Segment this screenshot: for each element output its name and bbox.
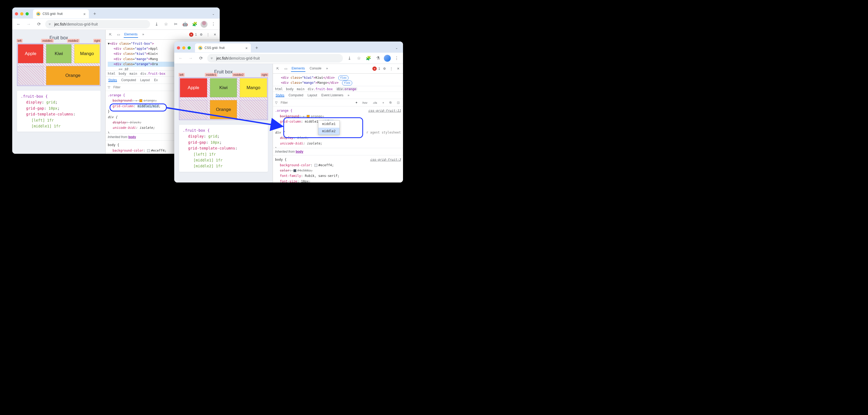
dom-tree[interactable]: <div class="kiwi">Kiwi</div> flex <div c… — [273, 74, 403, 86]
error-icon[interactable]: ✕ — [372, 66, 377, 71]
device-toggle-icon[interactable]: ▭ — [116, 32, 121, 37]
breadcrumb[interactable]: html body main div.fruit-box div.orange — [273, 86, 403, 92]
url-domain: jec.fish — [216, 56, 228, 60]
settings-icon[interactable]: ⚙ — [382, 66, 387, 71]
layout-tab[interactable]: Layout — [308, 93, 317, 97]
more-tabs-button[interactable]: » — [326, 65, 329, 72]
hov-toggle[interactable]: :hov — [361, 100, 369, 105]
grid-line-label-middle1: middle1 — [205, 73, 217, 76]
labs-icon[interactable]: ⚗ — [374, 55, 382, 62]
ai-icon[interactable]: ✦ — [355, 101, 358, 104]
close-window-button[interactable] — [15, 12, 18, 15]
back-button[interactable]: ← — [15, 21, 22, 28]
inspect-icon[interactable]: ⇱ — [108, 32, 113, 37]
browser-menu-button[interactable]: ⋮ — [393, 55, 400, 62]
forward-button[interactable]: → — [187, 55, 194, 62]
console-tab[interactable]: Console — [309, 65, 322, 72]
devtools-menu-button[interactable]: ⋮ — [389, 66, 394, 71]
extensions-icon[interactable]: 🧩 — [365, 55, 372, 62]
maximize-window-button[interactable] — [188, 46, 191, 50]
styles-tab[interactable]: Styles — [108, 78, 117, 82]
computed-tab[interactable]: Computed — [121, 78, 136, 82]
profile-avatar[interactable] — [200, 21, 208, 28]
install-app-icon[interactable]: ⤓ — [346, 55, 353, 62]
new-rule-button[interactable]: + — [381, 100, 385, 105]
address-bar[interactable]: ᯤ jec.fish/demo/css-grid-fruit — [207, 54, 343, 63]
minimize-window-button[interactable] — [182, 46, 185, 50]
bookmark-icon[interactable]: ☆ — [162, 21, 170, 28]
sidebar-toggle-icon[interactable]: ◫ — [396, 100, 401, 105]
inherited-label: Inherited from body — [273, 148, 403, 155]
site-info-icon[interactable]: ᯤ — [49, 22, 52, 26]
reload-button[interactable]: ⟳ — [197, 55, 205, 62]
autocomplete-option[interactable]: middle1 — [318, 121, 339, 127]
close-devtools-button[interactable]: ✕ — [212, 32, 218, 37]
forward-button[interactable]: → — [25, 21, 32, 28]
grid-cell-orange: Orange — [210, 100, 237, 119]
computed-tab[interactable]: Computed — [289, 93, 303, 97]
elements-tab[interactable]: Elements — [291, 65, 305, 72]
install-app-icon[interactable]: ⤓ — [153, 21, 160, 28]
browser-tab[interactable]: 🐟 CSS grid- fruit × — [195, 43, 251, 53]
tabs-dropdown-button[interactable]: ⌄ — [393, 44, 400, 52]
styles-tab[interactable]: Styles — [276, 93, 284, 97]
elements-tab[interactable]: Elements — [124, 31, 138, 38]
tab-title: CSS grid- fruit — [205, 46, 224, 50]
filter-input[interactable] — [280, 101, 352, 105]
error-icon[interactable]: ✕ — [189, 32, 193, 37]
minimize-window-button[interactable] — [20, 12, 23, 15]
profile-avatar[interactable] — [384, 55, 391, 62]
close-tab-button[interactable]: × — [83, 12, 86, 16]
address-bar[interactable]: ᯤ jec.fish/demo/css-grid-fruit — [45, 20, 150, 29]
device-toggle-icon[interactable]: ▭ — [283, 66, 288, 71]
devtools-toolbar: ⇱ ▭ Elements » ✕ 1 ⚙ ⋮ ✕ — [105, 30, 220, 40]
site-info-icon[interactable]: ᯤ — [210, 56, 214, 60]
tab-title: CSS grid- fruit — [42, 12, 63, 16]
flex-badge[interactable]: flex — [342, 81, 352, 86]
scissors-icon[interactable]: ✂ — [172, 21, 179, 28]
computed-sidebar-icon[interactable]: ⧉ — [388, 100, 393, 105]
layout-tab[interactable]: Layout — [140, 78, 150, 82]
close-devtools-button[interactable]: ✕ — [396, 66, 401, 71]
maximize-window-button[interactable] — [26, 12, 29, 15]
favicon-icon: 🐟 — [198, 46, 203, 50]
source-link[interactable]: css-grid-fruit:11 — [368, 108, 401, 113]
reload-button[interactable]: ⟳ — [35, 21, 42, 28]
grid-cell-kiwi: Kiwi — [46, 44, 71, 63]
autocomplete-option-selected[interactable]: middle2 — [318, 128, 339, 135]
toolbar: ← → ⟳ ᯤ jec.fish/demo/css-grid-fruit ⤓ ☆… — [174, 53, 403, 64]
flex-badge[interactable]: flex — [338, 75, 348, 81]
filter-row: ▽ ✦ :hov .cls + ⧉ ◫ — [273, 99, 403, 106]
inspect-icon[interactable]: ⇱ — [275, 66, 280, 71]
event-listeners-tab[interactable]: Event Listeners — [321, 93, 343, 97]
robot-icon[interactable]: 🤖 — [181, 21, 189, 28]
autocomplete-popup[interactable]: middle1 middle2 — [318, 120, 340, 135]
more-tabs-button[interactable]: » — [142, 31, 145, 38]
devtools-panel: ⇱ ▭ Elements Console » ✕ 1 ⚙ ⋮ ✕ — [273, 64, 403, 183]
tab-strip: 🐟 CSS grid- fruit × + ⌄ — [12, 7, 220, 19]
event-listeners-tab[interactable]: Ev — [154, 78, 158, 82]
cls-toggle[interactable]: .cls — [371, 100, 378, 105]
new-tab-button[interactable]: + — [253, 44, 260, 52]
grid-line-label-left: left — [179, 73, 185, 76]
browser-tab[interactable]: 🐟 CSS grid- fruit × — [33, 9, 89, 18]
tabs-dropdown-button[interactable]: ⌄ — [210, 10, 217, 18]
source-link[interactable]: css-grid-fruit:3 — [370, 157, 401, 162]
browser-window-b: 🐟 CSS grid- fruit × + ⌄ ← → ⟳ ᯤ jec.fish… — [174, 41, 403, 183]
new-tab-button[interactable]: + — [91, 10, 98, 18]
extensions-icon[interactable]: 🧩 — [191, 21, 198, 28]
devtools-menu-button[interactable]: ⋮ — [205, 32, 211, 37]
close-window-button[interactable] — [177, 46, 180, 50]
back-button[interactable]: ← — [177, 55, 184, 62]
settings-icon[interactable]: ⚙ — [198, 32, 204, 37]
favicon-icon: 🐟 — [36, 12, 40, 16]
more-subtabs[interactable]: » — [348, 93, 349, 97]
close-tab-button[interactable]: × — [245, 46, 248, 50]
url-domain: jec.fish — [54, 22, 66, 26]
grid-line-label-middle1: middle1 — [41, 39, 54, 42]
grid-overlay: left middle1 middle2 right Apple Kiwi Ma… — [179, 77, 268, 120]
browser-menu-button[interactable]: ⋮ — [210, 21, 217, 28]
styles-pane[interactable]: .orange {css-grid-fruit:11 background: ▸… — [273, 106, 403, 148]
error-count: 1 — [195, 33, 197, 36]
bookmark-icon[interactable]: ☆ — [355, 55, 363, 62]
